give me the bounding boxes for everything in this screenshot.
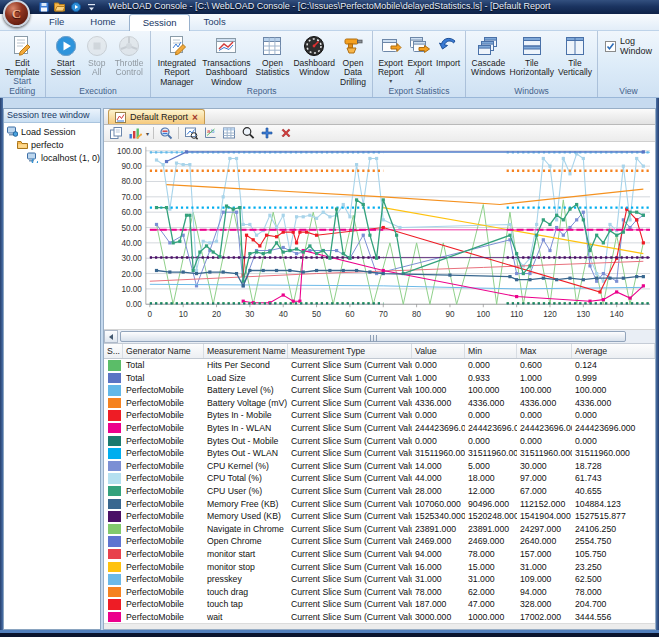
cascade-windows-button[interactable]: Cascade Windows (469, 33, 507, 79)
sql-filter-icon[interactable] (158, 126, 174, 141)
cell-generator: PerfectoMobile (123, 447, 204, 460)
column-header-min[interactable]: Min (465, 344, 517, 358)
column-header-average[interactable]: Average (572, 344, 655, 358)
column-header-value[interactable]: Value (412, 344, 465, 358)
table-row[interactable]: PerfectoMobilemonitor stopCurrent Slice … (104, 561, 655, 574)
menu-tab-file[interactable]: File (36, 14, 77, 31)
svg-text:100: 100 (476, 310, 490, 319)
customize-qat-icon[interactable] (86, 2, 97, 13)
open-data-drilling-button[interactable]: Open Data Drilling (337, 33, 369, 88)
table-row[interactable]: PerfectoMobilewaitCurrent Slice Sum (Cur… (104, 611, 655, 624)
copy-icon[interactable] (108, 126, 124, 141)
table-row[interactable]: PerfectoMobiletouch tapCurrent Slice Sum… (104, 598, 655, 611)
column-header-max[interactable]: Max (517, 344, 572, 358)
chart-style-icon[interactable] (127, 126, 143, 141)
cell-type: Current Slice Sum (Current Value) (288, 359, 412, 372)
table-row[interactable]: PerfectoMobileCPU Total (%)Current Slice… (104, 472, 655, 485)
cell-value: 14.000 (412, 460, 465, 473)
svg-text:80.00: 80.00 (121, 177, 142, 186)
table-row[interactable]: TotalHits Per SecondCurrent Slice Sum (C… (104, 359, 655, 372)
table-row[interactable]: PerfectoMobileCPU Kernel (%)Current Slic… (104, 460, 655, 473)
save-icon[interactable] (38, 2, 49, 13)
cell-generator: PerfectoMobile (123, 573, 204, 586)
cell-measurement: Open Chrome (204, 535, 288, 548)
table-row[interactable]: PerfectoMobileMemory Free (KB)Current Sl… (104, 498, 655, 511)
cell-measurement: CPU User (%) (204, 485, 288, 498)
table-row[interactable]: TotalLoad SizeCurrent Slice Sum (Current… (104, 372, 655, 385)
start-session-button[interactable]: Start Session (49, 33, 83, 79)
cell-measurement: Navigate in Chrome (204, 523, 288, 536)
cell-average: 105.750 (572, 548, 655, 561)
cell-generator: PerfectoMobile (123, 510, 204, 523)
tab-default-report[interactable]: Default Report × (108, 109, 205, 124)
tile-vertically-icon (563, 34, 587, 58)
cell-min: 0.933 (465, 372, 517, 385)
menu-tab-session[interactable]: Session (129, 14, 191, 31)
scrollbar-thumb[interactable] (120, 331, 626, 342)
zoom-chart-icon[interactable] (183, 126, 199, 141)
table-row[interactable]: PerfectoMobileBytes In - WLANCurrent Sli… (104, 422, 655, 435)
table-row[interactable]: PerfectoMobileNavigate in ChromeCurrent … (104, 523, 655, 536)
column-header-s-[interactable]: S... (104, 344, 123, 358)
start-icon[interactable] (70, 2, 81, 13)
chevron-down-icon[interactable]: ▾ (418, 78, 421, 85)
remove-icon[interactable] (278, 126, 294, 141)
chevron-down-icon[interactable]: ▾ (146, 130, 149, 137)
magnifier-icon[interactable] (240, 126, 256, 141)
add-icon[interactable] (259, 126, 275, 141)
table-row[interactable]: PerfectoMobileBytes Out - MobileCurrent … (104, 435, 655, 448)
open-folder-icon[interactable] (54, 2, 65, 13)
series-color-swatch (108, 473, 121, 484)
table-row[interactable]: PerfectoMobileBattery Level (%)Current S… (104, 384, 655, 397)
cell-max: 1541904.000 (517, 510, 572, 523)
cell-min: 5.000 (465, 460, 517, 473)
table-row[interactable]: PerfectoMobileOpen ChromeCurrent Slice S… (104, 535, 655, 548)
cell-average: 100.000 (572, 384, 655, 397)
tree-item-localhost-1-0-[interactable]: localhost (1, 0) (5, 151, 99, 164)
scroll-left-arrow-icon[interactable] (104, 330, 118, 343)
table-row[interactable]: PerfectoMobileBytes In - MobileCurrent S… (104, 409, 655, 422)
import-button[interactable]: Import (434, 33, 462, 69)
table-row[interactable]: PerfectoMobilepresskeyCurrent Slice Sum … (104, 573, 655, 586)
export-all-button[interactable]: Export All▾ (405, 33, 434, 85)
column-header-generator-name[interactable]: Generator Name (123, 344, 204, 358)
ribbon-button-label: Transactions Dashboard Window (201, 59, 251, 87)
data-grid-icon[interactable] (221, 126, 237, 141)
transactions-dashboard-window-button[interactable]: Transactions Dashboard Window (199, 33, 253, 88)
cell-generator: PerfectoMobile (123, 611, 204, 624)
ribbon-button-label: Open Data Drilling (339, 59, 367, 87)
menu-tab-home[interactable]: Home (77, 14, 128, 31)
table-row[interactable]: PerfectoMobileCPU User (%)Current Slice … (104, 485, 655, 498)
table-row[interactable]: PerfectoMobiletouch dragCurrent Slice Su… (104, 586, 655, 599)
tree-item-load-session[interactable]: Load Session (5, 125, 99, 138)
session-tree-window: Session tree window Load Sessionperfecto… (3, 108, 101, 630)
svg-text:30: 30 (245, 310, 255, 319)
title-bar[interactable]: WebLOAD Console - [C:\ WebLOAD Console -… (0, 0, 659, 14)
dashboard-window-button[interactable]: Dashboard Window (291, 33, 337, 79)
ribbon-group-label: Export Statistics (373, 86, 465, 96)
cell-max: 100.000 (517, 384, 572, 397)
menu-tab-tools[interactable]: Tools (190, 14, 238, 31)
tree-item-perfecto[interactable]: perfecto (5, 138, 99, 151)
column-header-measurement-name[interactable]: Measurement Name (204, 344, 288, 358)
export-report-button[interactable]: Export Report▾ (376, 33, 406, 85)
axis-labels-icon[interactable]: ab (202, 126, 218, 141)
application-orb-button[interactable]: C (3, 0, 30, 27)
table-row[interactable]: PerfectoMobileMemory Used (KB)Current Sl… (104, 510, 655, 523)
chevron-down-icon[interactable]: ▾ (389, 78, 392, 85)
cell-measurement: Battery Level (%) (204, 384, 288, 397)
column-header-measurement-type[interactable]: Measurement Type (288, 344, 412, 358)
open-statistics-button[interactable]: Open Statistics (253, 33, 291, 79)
table-row[interactable]: PerfectoMobileBattery Voltage (mV)Curren… (104, 397, 655, 410)
log-window-checkbox[interactable]: Log Window (605, 36, 652, 56)
integrated-report-manager-button[interactable]: Integrated Report Manager (154, 33, 199, 88)
edit-template-button[interactable]: Edit Template (3, 33, 42, 79)
checkbox-check-icon[interactable] (605, 41, 616, 52)
tile-horizontally-button[interactable]: Tile Horizontally (508, 33, 556, 79)
close-icon[interactable]: × (192, 113, 198, 122)
document-tab-bar: Default Report × (104, 109, 655, 125)
cell-measurement: Memory Free (KB) (204, 498, 288, 511)
table-row[interactable]: PerfectoMobilemonitor startCurrent Slice… (104, 548, 655, 561)
tile-vertically-button[interactable]: Tile Vertically (556, 33, 594, 79)
table-row[interactable]: PerfectoMobileBytes Out - WLANCurrent Sl… (104, 447, 655, 460)
